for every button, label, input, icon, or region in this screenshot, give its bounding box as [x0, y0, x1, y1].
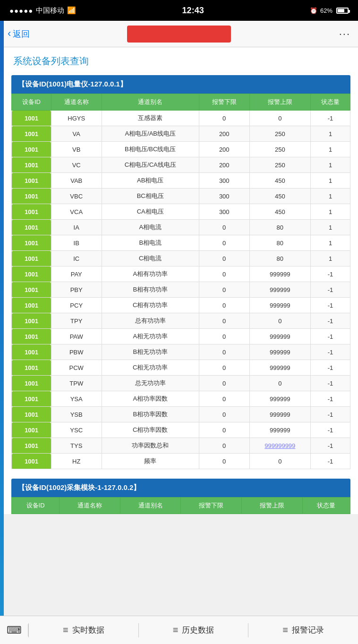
table-cell: IC	[51, 251, 102, 266]
table-cell: 300	[199, 189, 249, 204]
table-cell: 250	[249, 157, 311, 173]
table-header-row: 设备ID 通道名称 通道别名 报警下限 报警上限 状态量	[12, 94, 350, 111]
table-cell: 1	[311, 235, 350, 251]
table-cell: 1001	[12, 204, 51, 220]
table-cell: 0	[199, 376, 249, 391]
main-content: 系统设备列表查询 【设备ID(1001)电量仪-127.0.0.1】 设备ID …	[4, 47, 358, 514]
table-cell: A相电流	[102, 220, 199, 235]
table-cell: 1001	[12, 266, 51, 282]
table-cell: -1	[311, 422, 350, 438]
table-cell: 80	[249, 220, 311, 235]
table-cell: 1001	[12, 438, 51, 454]
table-cell: VBC	[51, 189, 102, 204]
table-cell: 1	[311, 142, 350, 157]
table-cell: -1	[311, 313, 350, 329]
table-cell: TPY	[51, 313, 102, 329]
table-cell: A相无功功率	[102, 329, 199, 344]
table-row: 1001PBWB相无功功率0999999-1	[12, 344, 350, 360]
tab-realtime-label: 实时数据	[72, 625, 104, 635]
table-cell: 300	[199, 204, 249, 220]
table-row: 1001TPW总无功功率00-1	[12, 376, 350, 391]
more-button[interactable]: ···	[339, 28, 350, 40]
battery-percent: 62%	[320, 7, 332, 14]
table-cell: -1	[311, 282, 350, 298]
table-cell: 999999	[249, 407, 311, 422]
table-cell: B相功率因数	[102, 407, 199, 422]
table-cell: 频率	[102, 454, 199, 469]
table-cell: 总无功功率	[102, 376, 199, 391]
table-cell: PAY	[51, 266, 102, 282]
table-cell: -1	[311, 376, 350, 391]
table-cell: 0	[249, 454, 311, 469]
device2-header: 【设备ID(1002)采集模块-1-127.0.0.2】	[11, 479, 350, 497]
table-cell: 0	[199, 454, 249, 469]
table-row: 1001PAWA相无功功率0999999-1	[12, 329, 350, 344]
table-cell: VAB	[51, 173, 102, 189]
table-cell: VB	[51, 142, 102, 157]
table-cell: 999999	[249, 360, 311, 376]
table-cell: B相无功功率	[102, 344, 199, 360]
table-cell: -1	[311, 391, 350, 407]
device2-table: 设备ID 通道名称 通道别名 报警下限 报警上限 状态量	[11, 497, 350, 514]
history-icon: ≡	[173, 625, 179, 635]
sidebar-accent	[0, 21, 4, 616]
table-cell: BC相电压	[102, 189, 199, 204]
table-cell: 0	[249, 376, 311, 391]
table-cell: 250	[249, 142, 311, 157]
tab-alarm[interactable]: ≡ 报警记录	[248, 616, 358, 644]
table-cell: 250	[249, 126, 311, 142]
table-cell: 1001	[12, 111, 51, 126]
table-cell: 0	[199, 251, 249, 266]
table-cell: PBY	[51, 282, 102, 298]
table-row: 1001PCYC相有功功率0999999-1	[12, 298, 350, 313]
table-cell: IB	[51, 235, 102, 251]
table-cell: 1001	[12, 329, 51, 344]
table-cell: YSC	[51, 422, 102, 438]
device1-table: 设备ID 通道名称 通道别名 报警下限 报警上限 状态量 1001HGYS互感器…	[11, 94, 350, 469]
col2-channel-name: 通道名称	[60, 498, 120, 514]
table-cell: 0	[199, 422, 249, 438]
nav-bar: ‹ 返回 ···	[0, 21, 358, 47]
col-alarm-low: 报警下限	[199, 94, 249, 111]
table-cell: PCY	[51, 298, 102, 313]
battery-icon	[336, 8, 349, 14]
table-cell: HZ	[51, 454, 102, 469]
tab-realtime[interactable]: ≡ 实时数据	[29, 616, 138, 644]
table-cell: 互感器素	[102, 111, 199, 126]
tab-history[interactable]: ≡ 历史数据	[139, 616, 248, 644]
table-cell: 999999	[249, 298, 311, 313]
device1-header: 【设备ID(1001)电量仪-127.0.0.1】	[11, 75, 350, 94]
table-cell: 功率因数总和	[102, 438, 199, 454]
table-cell: PAW	[51, 329, 102, 344]
table-cell: -1	[311, 438, 350, 454]
device1-section: 【设备ID(1001)电量仪-127.0.0.1】 设备ID 通道名称 通道别名…	[11, 75, 350, 469]
table-cell: 1001	[12, 220, 51, 235]
alarm-tab-icon: ≡	[282, 625, 288, 635]
table-row: 1001IAA相电流0801	[12, 220, 350, 235]
table-row: 1001HGYS互感器素00-1	[12, 111, 350, 126]
table-cell: 1001	[12, 360, 51, 376]
table-cell: 1	[311, 220, 350, 235]
table-cell: 1001	[12, 235, 51, 251]
col-alarm-high: 报警上限	[249, 94, 311, 111]
keyboard-button[interactable]: ⌨	[0, 624, 28, 636]
table-cell: 1001	[12, 282, 51, 298]
table-cell: -1	[311, 407, 350, 422]
back-button[interactable]: ‹ 返回	[8, 28, 30, 40]
col2-channel-alias: 通道别名	[120, 498, 181, 514]
table-cell: 450	[249, 173, 311, 189]
table-cell: -1	[311, 111, 350, 126]
table-cell: 1001	[12, 422, 51, 438]
table-cell: B相电压/BC线电压	[102, 142, 199, 157]
col-status: 状态量	[311, 94, 350, 111]
table-cell: IA	[51, 220, 102, 235]
table-cell: A相有功功率	[102, 266, 199, 282]
page-title: 系统设备列表查询	[11, 55, 350, 68]
table-cell: 300	[199, 173, 249, 189]
table-cell: B相电流	[102, 235, 199, 251]
status-right: ⏰ 62%	[310, 7, 349, 14]
table-cell: 0	[199, 220, 249, 235]
table-cell: 1001	[12, 313, 51, 329]
table-cell: HGYS	[51, 111, 102, 126]
table-row: 1001YSCC相功率因数0999999-1	[12, 422, 350, 438]
